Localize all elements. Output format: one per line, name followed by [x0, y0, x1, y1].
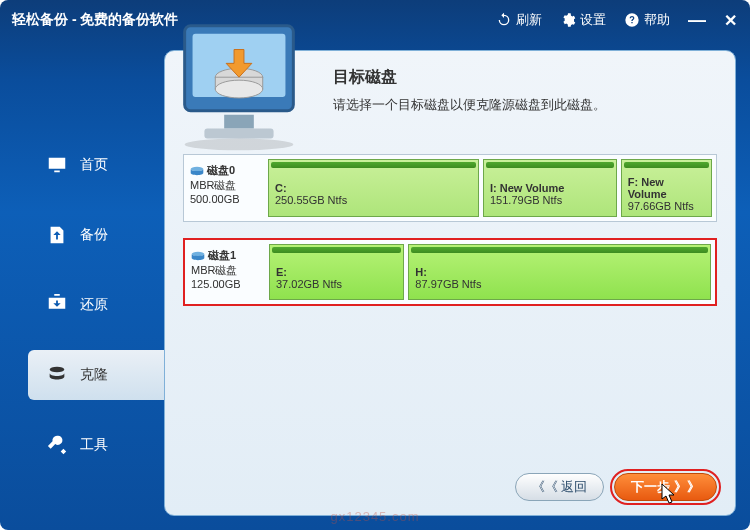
page-subheading: 请选择一个目标磁盘以便克隆源磁盘到此磁盘。 [333, 96, 717, 114]
refresh-icon [496, 12, 512, 28]
refresh-button[interactable]: 刷新 [496, 11, 542, 29]
help-button[interactable]: 帮助 [624, 11, 670, 29]
titlebar: 轻松备份 - 免费的备份软件 刷新 设置 帮助 — ✕ [0, 0, 750, 40]
close-button[interactable]: ✕ [722, 11, 738, 30]
body-area: 首页 备份 还原 克隆 工具 [0, 40, 750, 530]
sidebar: 首页 备份 还原 克隆 工具 [0, 40, 164, 530]
partition-bar [411, 247, 708, 253]
sidebar-item-tools[interactable]: 工具 [0, 420, 164, 470]
svg-rect-2 [224, 115, 254, 129]
svg-point-7 [215, 80, 262, 98]
partition-label: C: [275, 182, 472, 194]
partition[interactable]: F: New Volume97.66GB Ntfs [621, 159, 712, 217]
cursor-icon [661, 483, 677, 505]
partition-bar [272, 247, 401, 253]
app-window: 轻松备份 - 免费的备份软件 刷新 设置 帮助 — ✕ 首页 [0, 0, 750, 530]
partition[interactable]: E:37.02GB Ntfs [269, 244, 404, 300]
disk-type: MBR磁盘 [191, 263, 263, 278]
minimize-button[interactable]: — [688, 10, 704, 31]
partition-label: I: New Volume [490, 182, 610, 194]
disk-info: 磁盘1MBR磁盘125.00GB [189, 244, 265, 300]
computer-illustration-icon [155, 19, 323, 169]
monitor-icon [46, 154, 68, 176]
gear-icon [560, 12, 576, 28]
partition[interactable]: C:250.55GB Ntfs [268, 159, 479, 217]
help-icon [624, 12, 640, 28]
partition-detail: 151.79GB Ntfs [490, 194, 610, 206]
restore-icon [46, 294, 68, 316]
partition[interactable]: H:87.97GB Ntfs [408, 244, 711, 300]
partition-detail: 87.97GB Ntfs [415, 278, 704, 290]
disk-type: MBR磁盘 [190, 178, 262, 193]
sidebar-item-label: 还原 [80, 296, 108, 314]
disk-icon [191, 251, 205, 261]
partition-label: F: New Volume [628, 176, 705, 200]
partition-detail: 97.66GB Ntfs [628, 200, 705, 212]
watermark: gx12345.com [330, 509, 419, 524]
partition-detail: 250.55GB Ntfs [275, 194, 472, 206]
partition-bar [271, 162, 476, 168]
svg-point-9 [192, 251, 205, 255]
partition-label: E: [276, 266, 397, 278]
titlebar-actions: 刷新 设置 帮助 — ✕ [496, 10, 738, 31]
sidebar-item-backup[interactable]: 备份 [0, 210, 164, 260]
svg-rect-3 [204, 129, 273, 139]
sidebar-item-label: 备份 [80, 226, 108, 244]
partition-bar [486, 162, 614, 168]
sidebar-item-label: 克隆 [80, 366, 108, 384]
page-heading: 目标磁盘 [333, 67, 717, 88]
partition-label: H: [415, 266, 704, 278]
settings-label: 设置 [580, 11, 606, 29]
clone-icon [46, 364, 68, 386]
content-panel: 目标磁盘 请选择一个目标磁盘以便克隆源磁盘到此磁盘。 磁盘0MBR磁盘500.0… [164, 50, 736, 516]
disk-row[interactable]: 磁盘1MBR磁盘125.00GBE:37.02GB NtfsH:87.97GB … [183, 238, 717, 306]
help-label: 帮助 [644, 11, 670, 29]
sidebar-item-restore[interactable]: 还原 [0, 280, 164, 330]
sidebar-item-label: 工具 [80, 436, 108, 454]
sidebar-item-label: 首页 [80, 156, 108, 174]
disk-name: 磁盘1 [208, 248, 236, 263]
back-button[interactable]: 《《 返回 [515, 473, 605, 501]
refresh-label: 刷新 [516, 11, 542, 29]
partition-bar [624, 162, 709, 168]
footer-buttons: 《《 返回 下一步 》》 [183, 459, 717, 501]
sidebar-item-clone[interactable]: 克隆 [28, 350, 164, 400]
settings-button[interactable]: 设置 [560, 11, 606, 29]
svg-point-4 [185, 138, 294, 150]
tools-icon [46, 434, 68, 456]
heading-block: 目标磁盘 请选择一个目标磁盘以便克隆源磁盘到此磁盘。 [333, 67, 717, 114]
backup-icon [46, 224, 68, 246]
sidebar-item-home[interactable]: 首页 [0, 140, 164, 190]
disk-list: 磁盘0MBR磁盘500.00GBC:250.55GB NtfsI: New Vo… [183, 154, 717, 306]
partition[interactable]: I: New Volume151.79GB Ntfs [483, 159, 617, 217]
partition-detail: 37.02GB Ntfs [276, 278, 397, 290]
back-label: 《《 返回 [532, 478, 588, 496]
disk-size: 125.00GB [191, 278, 263, 290]
disk-size: 500.00GB [190, 193, 262, 205]
